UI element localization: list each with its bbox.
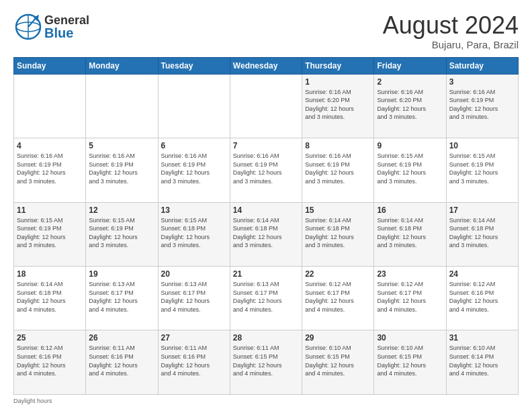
day-number: 30: [377, 333, 443, 342]
day-info: Sunrise: 6:13 AM Sunset: 6:17 PM Dayligh…: [89, 280, 154, 314]
day-info: Sunrise: 6:14 AM Sunset: 6:18 PM Dayligh…: [449, 216, 515, 250]
day-number: 16: [377, 205, 443, 215]
table-row: 27Sunrise: 6:11 AM Sunset: 6:16 PM Dayli…: [158, 330, 230, 395]
day-number: 14: [233, 205, 299, 215]
table-row: 23Sunrise: 6:12 AM Sunset: 6:17 PM Dayli…: [374, 267, 446, 330]
day-info: Sunrise: 6:16 AM Sunset: 6:20 PM Dayligh…: [377, 88, 443, 122]
day-info: Sunrise: 6:10 AM Sunset: 6:14 PM Dayligh…: [449, 344, 515, 377]
calendar-week-row: 25Sunrise: 6:12 AM Sunset: 6:16 PM Dayli…: [14, 330, 519, 395]
day-info: Sunrise: 6:16 AM Sunset: 6:19 PM Dayligh…: [449, 88, 515, 122]
logo-icon: [13, 12, 43, 42]
svg-line-4: [28, 16, 38, 27]
day-number: 2: [377, 77, 443, 87]
table-row: 20Sunrise: 6:13 AM Sunset: 6:17 PM Dayli…: [158, 267, 230, 330]
day-info: Sunrise: 6:15 AM Sunset: 6:19 PM Dayligh…: [449, 152, 515, 185]
table-row: 10Sunrise: 6:15 AM Sunset: 6:19 PM Dayli…: [446, 138, 518, 202]
day-number: 13: [161, 205, 227, 215]
table-row: 26Sunrise: 6:11 AM Sunset: 6:16 PM Dayli…: [86, 330, 158, 395]
calendar-week-row: 11Sunrise: 6:15 AM Sunset: 6:19 PM Dayli…: [14, 202, 519, 266]
table-row: 5Sunrise: 6:16 AM Sunset: 6:19 PM Daylig…: [86, 138, 158, 202]
table-row: 13Sunrise: 6:15 AM Sunset: 6:18 PM Dayli…: [158, 202, 230, 266]
day-number: 28: [233, 333, 299, 342]
daylight-label: Daylight hours: [13, 398, 52, 404]
logo-blue-text: Blue: [44, 26, 89, 40]
day-info: Sunrise: 6:16 AM Sunset: 6:19 PM Dayligh…: [305, 152, 371, 185]
day-info: Sunrise: 6:11 AM Sunset: 6:16 PM Dayligh…: [89, 344, 154, 377]
day-info: Sunrise: 6:14 AM Sunset: 6:18 PM Dayligh…: [377, 216, 443, 250]
day-info: Sunrise: 6:16 AM Sunset: 6:20 PM Dayligh…: [305, 88, 371, 122]
month-year: August 2024: [383, 12, 519, 39]
table-row: 2Sunrise: 6:16 AM Sunset: 6:20 PM Daylig…: [374, 74, 446, 138]
logo-general-text: General: [44, 14, 89, 26]
day-number: 12: [89, 205, 154, 215]
day-info: Sunrise: 6:12 AM Sunset: 6:17 PM Dayligh…: [305, 280, 371, 314]
table-row: 28Sunrise: 6:11 AM Sunset: 6:15 PM Dayli…: [230, 330, 302, 395]
table-row: 30Sunrise: 6:10 AM Sunset: 6:15 PM Dayli…: [374, 330, 446, 395]
day-number: 29: [305, 333, 371, 342]
table-row: 21Sunrise: 6:13 AM Sunset: 6:17 PM Dayli…: [230, 267, 302, 330]
day-info: Sunrise: 6:14 AM Sunset: 6:18 PM Dayligh…: [233, 216, 299, 250]
day-info: Sunrise: 6:16 AM Sunset: 6:19 PM Dayligh…: [233, 152, 299, 185]
day-info: Sunrise: 6:11 AM Sunset: 6:16 PM Dayligh…: [161, 344, 227, 377]
footer: Daylight hours: [13, 398, 519, 404]
day-info: Sunrise: 6:14 AM Sunset: 6:18 PM Dayligh…: [305, 216, 371, 250]
col-thursday: Thursday: [302, 57, 374, 74]
table-row: 24Sunrise: 6:12 AM Sunset: 6:16 PM Dayli…: [446, 267, 518, 330]
table-row: [14, 74, 86, 138]
day-number: 1: [305, 77, 371, 87]
day-number: 15: [305, 205, 371, 215]
table-row: 7Sunrise: 6:16 AM Sunset: 6:19 PM Daylig…: [230, 138, 302, 202]
calendar-week-row: 1Sunrise: 6:16 AM Sunset: 6:20 PM Daylig…: [14, 74, 519, 138]
calendar-week-row: 4Sunrise: 6:16 AM Sunset: 6:19 PM Daylig…: [14, 138, 519, 202]
table-row: [230, 74, 302, 138]
calendar-table: Sunday Monday Tuesday Wednesday Thursday…: [13, 57, 519, 395]
day-info: Sunrise: 6:16 AM Sunset: 6:19 PM Dayligh…: [89, 152, 154, 185]
table-row: 6Sunrise: 6:16 AM Sunset: 6:19 PM Daylig…: [158, 138, 230, 202]
table-row: [86, 74, 158, 138]
day-number: 25: [17, 333, 83, 342]
day-info: Sunrise: 6:15 AM Sunset: 6:18 PM Dayligh…: [161, 216, 227, 250]
day-info: Sunrise: 6:15 AM Sunset: 6:19 PM Dayligh…: [89, 216, 154, 250]
day-info: Sunrise: 6:15 AM Sunset: 6:19 PM Dayligh…: [377, 152, 443, 185]
day-number: 4: [17, 141, 83, 150]
col-friday: Friday: [374, 57, 446, 74]
day-info: Sunrise: 6:15 AM Sunset: 6:19 PM Dayligh…: [17, 216, 83, 250]
table-row: 19Sunrise: 6:13 AM Sunset: 6:17 PM Dayli…: [86, 267, 158, 330]
day-number: 18: [17, 269, 83, 279]
day-info: Sunrise: 6:12 AM Sunset: 6:16 PM Dayligh…: [449, 280, 515, 314]
table-row: 31Sunrise: 6:10 AM Sunset: 6:14 PM Dayli…: [446, 330, 518, 395]
header: General Blue August 2024 Bujaru, Para, B…: [13, 12, 519, 50]
day-number: 7: [233, 141, 299, 150]
day-number: 22: [305, 269, 371, 279]
table-row: 9Sunrise: 6:15 AM Sunset: 6:19 PM Daylig…: [374, 138, 446, 202]
table-row: 4Sunrise: 6:16 AM Sunset: 6:19 PM Daylig…: [14, 138, 86, 202]
table-row: 18Sunrise: 6:14 AM Sunset: 6:18 PM Dayli…: [14, 267, 86, 330]
page: General Blue August 2024 Bujaru, Para, B…: [0, 0, 532, 411]
table-row: 12Sunrise: 6:15 AM Sunset: 6:19 PM Dayli…: [86, 202, 158, 266]
col-monday: Monday: [86, 57, 158, 74]
day-number: 3: [449, 77, 515, 87]
logo-name: General Blue: [44, 14, 89, 40]
day-number: 21: [233, 269, 299, 279]
table-row: [158, 74, 230, 138]
table-row: 11Sunrise: 6:15 AM Sunset: 6:19 PM Dayli…: [14, 202, 86, 266]
day-number: 26: [89, 333, 154, 342]
location: Bujaru, Para, Brazil: [383, 39, 519, 50]
table-row: 17Sunrise: 6:14 AM Sunset: 6:18 PM Dayli…: [446, 202, 518, 266]
day-info: Sunrise: 6:12 AM Sunset: 6:16 PM Dayligh…: [17, 344, 83, 377]
col-sunday: Sunday: [14, 57, 86, 74]
table-row: 1Sunrise: 6:16 AM Sunset: 6:20 PM Daylig…: [302, 74, 374, 138]
day-number: 31: [449, 333, 515, 342]
day-info: Sunrise: 6:12 AM Sunset: 6:17 PM Dayligh…: [377, 280, 443, 314]
table-row: 16Sunrise: 6:14 AM Sunset: 6:18 PM Dayli…: [374, 202, 446, 266]
col-tuesday: Tuesday: [158, 57, 230, 74]
logo: General Blue: [13, 12, 89, 42]
day-number: 5: [89, 141, 154, 150]
table-row: 22Sunrise: 6:12 AM Sunset: 6:17 PM Dayli…: [302, 267, 374, 330]
col-wednesday: Wednesday: [230, 57, 302, 74]
day-info: Sunrise: 6:14 AM Sunset: 6:18 PM Dayligh…: [17, 280, 83, 314]
table-row: 29Sunrise: 6:10 AM Sunset: 6:15 PM Dayli…: [302, 330, 374, 395]
table-row: 14Sunrise: 6:14 AM Sunset: 6:18 PM Dayli…: [230, 202, 302, 266]
day-info: Sunrise: 6:10 AM Sunset: 6:15 PM Dayligh…: [305, 344, 371, 377]
calendar-week-row: 18Sunrise: 6:14 AM Sunset: 6:18 PM Dayli…: [14, 267, 519, 330]
